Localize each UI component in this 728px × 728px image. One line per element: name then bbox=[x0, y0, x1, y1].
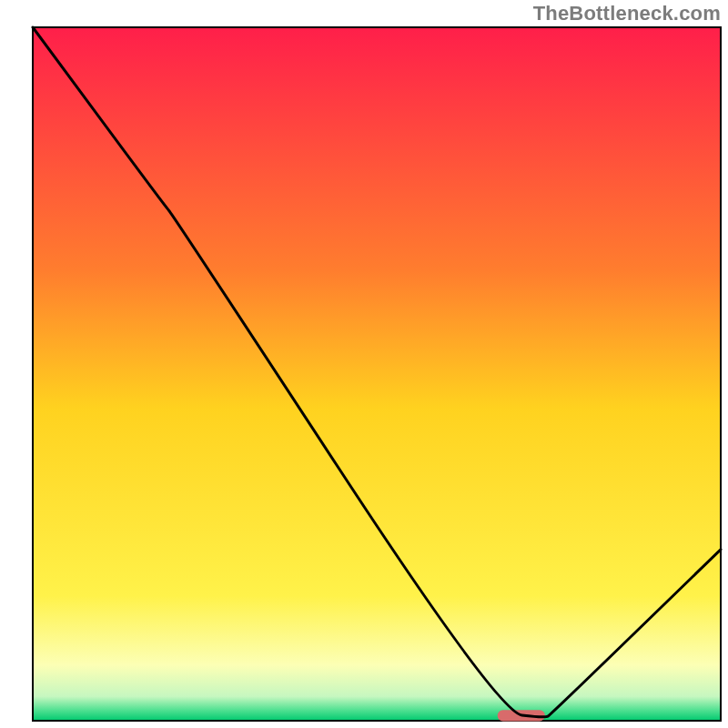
plot-background bbox=[33, 27, 721, 721]
chart-stage: TheBottleneck.com bbox=[0, 0, 728, 728]
bottleneck-chart bbox=[0, 0, 728, 728]
